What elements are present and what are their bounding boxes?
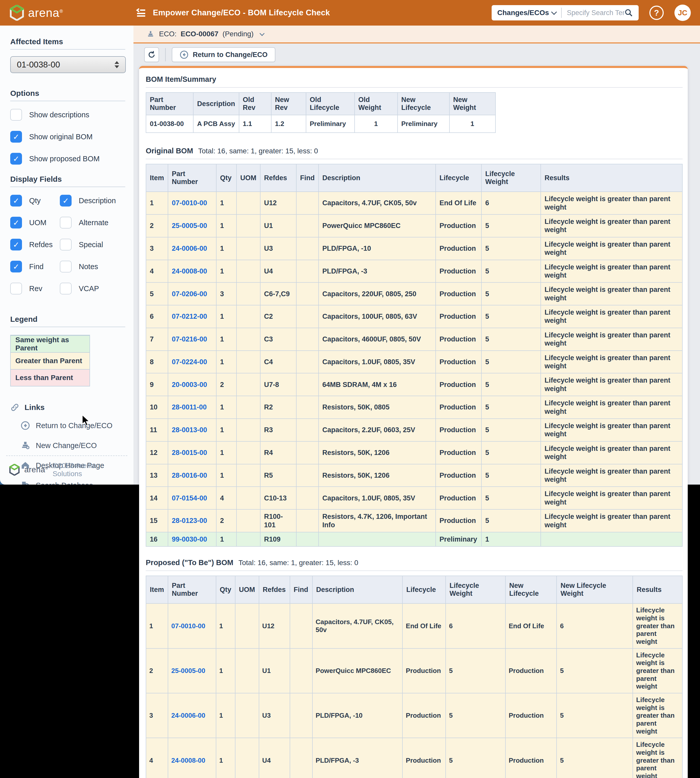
checkbox[interactable] bbox=[10, 131, 22, 143]
cell-item: 4 bbox=[146, 738, 168, 778]
cell-pn: 01-0038-00 bbox=[146, 115, 193, 133]
part-number-link[interactable]: 28-0011-00 bbox=[168, 396, 216, 419]
part-number-link[interactable]: 24-0008-00 bbox=[168, 738, 216, 778]
cell-lc: Production bbox=[436, 305, 482, 328]
cell-lc: Production bbox=[436, 510, 482, 532]
global-search-bar: Changes/ECOs bbox=[492, 5, 638, 20]
part-number-link[interactable]: 28-0015-00 bbox=[168, 441, 216, 464]
checkbox[interactable] bbox=[10, 283, 22, 295]
cell-nlw: 5 bbox=[557, 693, 633, 738]
cell-lw: 5 bbox=[482, 260, 541, 283]
refresh-button[interactable] bbox=[144, 47, 159, 62]
part-number-link[interactable]: 20-0003-00 bbox=[168, 373, 216, 396]
return-to-change-button[interactable]: Return to Change/ECO bbox=[172, 47, 275, 62]
checkbox[interactable] bbox=[10, 109, 22, 121]
checkbox[interactable] bbox=[10, 153, 22, 165]
help-icon[interactable]: ? bbox=[649, 6, 664, 20]
checkbox[interactable] bbox=[10, 261, 22, 272]
cell-find bbox=[296, 260, 318, 283]
eco-number: ECO-00067 bbox=[180, 30, 218, 38]
cell-qty: 1 bbox=[216, 441, 237, 464]
page-title: Empower Change/ECO - BOM Lifecycle Check bbox=[153, 8, 330, 17]
cell-desc: Resistors, 50K, 1206 bbox=[318, 464, 436, 487]
cell-results: Lifecycle weight is greater than parent … bbox=[541, 215, 682, 237]
part-number-link[interactable]: 99-0030-00 bbox=[168, 532, 216, 546]
cell-lw: 5 bbox=[482, 486, 541, 510]
column-header: Qty bbox=[216, 576, 235, 603]
cell-lw: 5 bbox=[482, 373, 541, 396]
display-field-row: Special bbox=[60, 239, 125, 250]
search-icon[interactable] bbox=[624, 8, 633, 17]
table-row: 107-0010-001U12Capacitors, 4.7UF, CK05, … bbox=[146, 192, 682, 215]
cell-lc: Production bbox=[402, 738, 446, 778]
checkbox[interactable] bbox=[60, 195, 72, 207]
cell-refdes: U3 bbox=[259, 693, 290, 738]
checkbox[interactable] bbox=[10, 195, 22, 207]
cell-lc: Preliminary bbox=[436, 532, 482, 546]
column-header: UOM bbox=[235, 576, 259, 603]
checkbox[interactable] bbox=[60, 239, 72, 250]
checkbox-label: Qty bbox=[29, 197, 41, 205]
cell-desc: PLD/FPGA, -10 bbox=[318, 237, 436, 260]
part-number-link[interactable]: 07-0154-00 bbox=[168, 486, 216, 510]
options-heading: Options bbox=[10, 89, 125, 98]
cell-new_lc: Preliminary bbox=[398, 115, 450, 133]
cell-uom bbox=[237, 486, 260, 510]
part-number-link[interactable]: 07-0010-00 bbox=[168, 192, 216, 215]
table-row: 1128-0013-001R3Capacitors, 2.2UF, 0603, … bbox=[146, 419, 682, 441]
search-input[interactable] bbox=[567, 9, 624, 17]
table-row: 507-0206-003C6-7,C9Capacitors, 220UF, 08… bbox=[146, 282, 682, 305]
sidebar-link[interactable]: Return to Change/ECO bbox=[20, 421, 125, 430]
part-number-link[interactable]: 07-0206-00 bbox=[168, 282, 216, 305]
cell-lc: Production bbox=[436, 441, 482, 464]
part-number-link[interactable]: 07-0212-00 bbox=[168, 305, 216, 328]
avatar[interactable]: JC bbox=[675, 5, 691, 21]
column-header: Find bbox=[290, 576, 312, 603]
cell-lc: Production bbox=[436, 328, 482, 351]
collapse-sidebar-icon[interactable] bbox=[135, 7, 146, 18]
cell-results bbox=[541, 532, 682, 546]
part-number-link[interactable]: 28-0013-00 bbox=[168, 419, 216, 441]
cell-lw: 5 bbox=[482, 351, 541, 373]
cell-uom bbox=[237, 305, 260, 328]
proposed-bom-table: ItemPart NumberQtyUOMRefdesFindDescripti… bbox=[146, 576, 683, 778]
arena-logo-icon bbox=[10, 5, 24, 21]
checkbox[interactable] bbox=[10, 217, 22, 228]
part-number-link[interactable]: 07-0010-00 bbox=[168, 603, 216, 648]
part-number-link[interactable]: 24-0006-00 bbox=[168, 237, 216, 260]
part-number-link[interactable]: 28-0016-00 bbox=[168, 464, 216, 487]
column-header: Part Number bbox=[168, 164, 216, 192]
part-number-link[interactable]: 24-0006-00 bbox=[168, 693, 216, 738]
search-scope-dropdown[interactable]: Changes/ECOs bbox=[497, 9, 549, 17]
table-row: 424-0008-001U4PLD/FPGA, -3Production5Lif… bbox=[146, 260, 682, 283]
part-number-link[interactable]: 25-0005-00 bbox=[168, 648, 216, 693]
link-item-icon bbox=[20, 421, 30, 430]
checkbox[interactable] bbox=[60, 261, 72, 272]
eco-status: (Pending) bbox=[222, 30, 253, 38]
part-number-link[interactable]: 07-0216-00 bbox=[168, 328, 216, 351]
part-number-link[interactable]: 07-0224-00 bbox=[168, 351, 216, 373]
cell-qty: 1 bbox=[216, 215, 237, 237]
checkbox[interactable] bbox=[10, 239, 22, 250]
cell-old_lc: Preliminary bbox=[306, 115, 355, 133]
checkbox[interactable] bbox=[60, 217, 72, 228]
cell-uom bbox=[237, 260, 260, 283]
part-number-link[interactable]: 25-0005-00 bbox=[168, 215, 216, 237]
chevron-down-icon[interactable] bbox=[260, 31, 265, 36]
chevron-down-icon[interactable] bbox=[551, 9, 557, 15]
cell-uom bbox=[237, 510, 260, 532]
part-number-link[interactable]: 24-0008-00 bbox=[168, 260, 216, 283]
column-header: Refdes bbox=[260, 164, 296, 192]
cell-qty: 3 bbox=[216, 282, 237, 305]
cell-results: Lifecycle weight is greater than parent … bbox=[541, 260, 682, 283]
table-row: 807-0224-001C4Capacitors, 1.0UF, 0805, 3… bbox=[146, 351, 682, 373]
checkbox[interactable] bbox=[60, 283, 72, 295]
column-header: Old Weight bbox=[355, 93, 398, 115]
affected-item-select[interactable]: 01-0038-00 bbox=[10, 56, 126, 73]
cell-nlc: Production bbox=[505, 738, 557, 778]
bom-lifecycle-card: BOM Item/Summary Part NumberDescriptionO… bbox=[139, 66, 688, 778]
sidebar-link[interactable]: New Change/ECO bbox=[20, 441, 125, 450]
cell-uom bbox=[235, 738, 259, 778]
part-number-link[interactable]: 28-0123-00 bbox=[168, 510, 216, 532]
cell-find bbox=[290, 603, 312, 648]
